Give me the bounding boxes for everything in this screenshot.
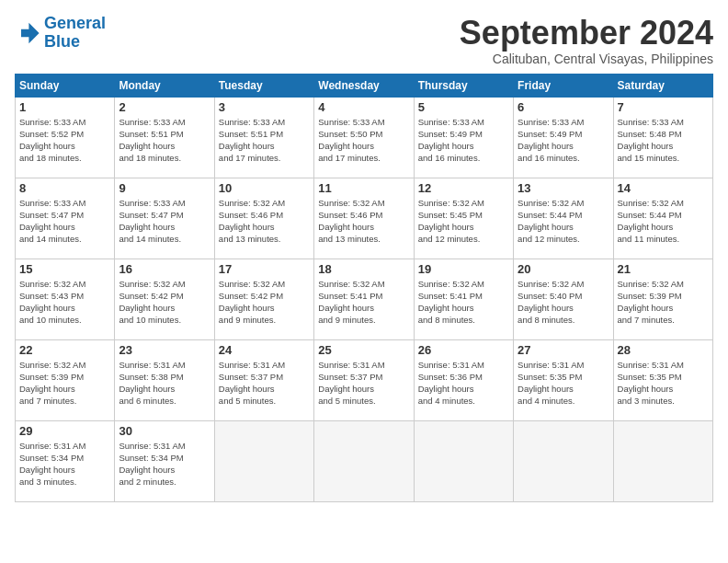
calendar-cell: 8 Sunrise: 5:33 AM Sunset: 5:47 PM Dayli… bbox=[16, 178, 115, 259]
day-info: Sunrise: 5:32 AM Sunset: 5:41 PM Dayligh… bbox=[318, 278, 409, 327]
calendar-cell: 17 Sunrise: 5:32 AM Sunset: 5:42 PM Dayl… bbox=[214, 259, 313, 339]
calendar-week-row: 29 Sunrise: 5:31 AM Sunset: 5:34 PM Dayl… bbox=[16, 420, 713, 501]
day-number: 12 bbox=[418, 181, 509, 195]
day-number: 22 bbox=[19, 343, 110, 357]
calendar-cell: 9 Sunrise: 5:33 AM Sunset: 5:47 PM Dayli… bbox=[115, 178, 214, 259]
day-info: Sunrise: 5:33 AM Sunset: 5:48 PM Dayligh… bbox=[618, 116, 709, 165]
calendar-cell: 18 Sunrise: 5:32 AM Sunset: 5:41 PM Dayl… bbox=[314, 259, 414, 339]
day-info: Sunrise: 5:31 AM Sunset: 5:35 PM Dayligh… bbox=[618, 359, 709, 408]
day-number: 2 bbox=[119, 100, 210, 114]
day-number: 9 bbox=[119, 181, 210, 195]
logo-text: General Blue bbox=[44, 15, 106, 52]
calendar-cell: 29 Sunrise: 5:31 AM Sunset: 5:34 PM Dayl… bbox=[16, 420, 115, 501]
day-info: Sunrise: 5:33 AM Sunset: 5:49 PM Dayligh… bbox=[518, 116, 609, 165]
weekday-header: Monday bbox=[115, 74, 214, 97]
calendar-cell bbox=[214, 420, 313, 501]
title-block: September 2024 Calituban, Central Visaya… bbox=[460, 15, 713, 66]
day-info: Sunrise: 5:31 AM Sunset: 5:34 PM Dayligh… bbox=[19, 440, 110, 488]
location-subtitle: Calituban, Central Visayas, Philippines bbox=[460, 52, 713, 66]
calendar-cell: 11 Sunrise: 5:32 AM Sunset: 5:46 PM Dayl… bbox=[314, 178, 414, 259]
day-info: Sunrise: 5:32 AM Sunset: 5:40 PM Dayligh… bbox=[518, 278, 609, 327]
day-info: Sunrise: 5:31 AM Sunset: 5:38 PM Dayligh… bbox=[119, 359, 210, 408]
day-number: 1 bbox=[19, 100, 110, 114]
day-number: 13 bbox=[518, 181, 609, 195]
calendar-table: SundayMondayTuesdayWednesdayThursdayFrid… bbox=[15, 74, 713, 502]
day-number: 3 bbox=[219, 100, 310, 114]
day-number: 23 bbox=[119, 343, 210, 357]
calendar-cell: 26 Sunrise: 5:31 AM Sunset: 5:36 PM Dayl… bbox=[414, 339, 513, 420]
calendar-cell: 15 Sunrise: 5:32 AM Sunset: 5:43 PM Dayl… bbox=[16, 259, 115, 339]
calendar-header-row: SundayMondayTuesdayWednesdayThursdayFrid… bbox=[16, 74, 713, 97]
calendar-cell bbox=[514, 420, 613, 501]
day-info: Sunrise: 5:32 AM Sunset: 5:43 PM Dayligh… bbox=[19, 278, 110, 327]
calendar-cell: 28 Sunrise: 5:31 AM Sunset: 5:35 PM Dayl… bbox=[613, 339, 712, 420]
day-number: 5 bbox=[418, 100, 509, 114]
day-info: Sunrise: 5:33 AM Sunset: 5:47 PM Dayligh… bbox=[119, 197, 210, 246]
page-container: General Blue September 2024 Calituban, C… bbox=[0, 0, 728, 510]
calendar-cell: 4 Sunrise: 5:33 AM Sunset: 5:50 PM Dayli… bbox=[314, 97, 414, 178]
day-info: Sunrise: 5:32 AM Sunset: 5:44 PM Dayligh… bbox=[518, 197, 609, 246]
weekday-header: Friday bbox=[514, 74, 613, 97]
calendar-cell: 21 Sunrise: 5:32 AM Sunset: 5:39 PM Dayl… bbox=[613, 259, 712, 339]
calendar-cell: 16 Sunrise: 5:32 AM Sunset: 5:42 PM Dayl… bbox=[115, 259, 214, 339]
calendar-cell: 5 Sunrise: 5:33 AM Sunset: 5:49 PM Dayli… bbox=[414, 97, 513, 178]
calendar-cell: 14 Sunrise: 5:32 AM Sunset: 5:44 PM Dayl… bbox=[613, 178, 712, 259]
day-number: 17 bbox=[219, 262, 310, 276]
day-info: Sunrise: 5:32 AM Sunset: 5:42 PM Dayligh… bbox=[119, 278, 210, 327]
day-number: 25 bbox=[318, 343, 409, 357]
calendar-cell bbox=[314, 420, 414, 501]
header: General Blue September 2024 Calituban, C… bbox=[15, 15, 713, 66]
day-number: 26 bbox=[418, 343, 509, 357]
day-number: 15 bbox=[19, 262, 110, 276]
day-info: Sunrise: 5:32 AM Sunset: 5:39 PM Dayligh… bbox=[618, 278, 709, 327]
calendar-cell: 6 Sunrise: 5:33 AM Sunset: 5:49 PM Dayli… bbox=[514, 97, 613, 178]
day-info: Sunrise: 5:31 AM Sunset: 5:34 PM Dayligh… bbox=[119, 440, 210, 488]
day-number: 18 bbox=[318, 262, 409, 276]
calendar-cell: 24 Sunrise: 5:31 AM Sunset: 5:37 PM Dayl… bbox=[214, 339, 313, 420]
calendar-cell bbox=[613, 420, 712, 501]
calendar-cell: 23 Sunrise: 5:31 AM Sunset: 5:38 PM Dayl… bbox=[115, 339, 214, 420]
day-info: Sunrise: 5:33 AM Sunset: 5:51 PM Dayligh… bbox=[219, 116, 310, 165]
weekday-header: Thursday bbox=[414, 74, 513, 97]
calendar-cell: 25 Sunrise: 5:31 AM Sunset: 5:37 PM Dayl… bbox=[314, 339, 414, 420]
calendar-cell: 19 Sunrise: 5:32 AM Sunset: 5:41 PM Dayl… bbox=[414, 259, 513, 339]
day-info: Sunrise: 5:33 AM Sunset: 5:52 PM Dayligh… bbox=[19, 116, 110, 165]
calendar-week-row: 22 Sunrise: 5:32 AM Sunset: 5:39 PM Dayl… bbox=[16, 339, 713, 420]
day-info: Sunrise: 5:32 AM Sunset: 5:41 PM Dayligh… bbox=[418, 278, 509, 327]
logo-icon bbox=[15, 20, 40, 46]
month-title: September 2024 bbox=[460, 15, 713, 52]
weekday-header: Saturday bbox=[613, 74, 712, 97]
calendar-cell bbox=[414, 420, 513, 501]
day-number: 19 bbox=[418, 262, 509, 276]
calendar-week-row: 8 Sunrise: 5:33 AM Sunset: 5:47 PM Dayli… bbox=[16, 178, 713, 259]
day-info: Sunrise: 5:31 AM Sunset: 5:37 PM Dayligh… bbox=[219, 359, 310, 408]
day-number: 6 bbox=[518, 100, 609, 114]
weekday-header: Tuesday bbox=[214, 74, 313, 97]
calendar-body: 1 Sunrise: 5:33 AM Sunset: 5:52 PM Dayli… bbox=[16, 97, 713, 501]
weekday-header: Sunday bbox=[16, 74, 115, 97]
day-number: 24 bbox=[219, 343, 310, 357]
calendar-cell: 27 Sunrise: 5:31 AM Sunset: 5:35 PM Dayl… bbox=[514, 339, 613, 420]
calendar-cell: 10 Sunrise: 5:32 AM Sunset: 5:46 PM Dayl… bbox=[214, 178, 313, 259]
day-number: 27 bbox=[518, 343, 609, 357]
day-info: Sunrise: 5:33 AM Sunset: 5:47 PM Dayligh… bbox=[19, 197, 110, 246]
day-number: 7 bbox=[618, 100, 709, 114]
calendar-cell: 22 Sunrise: 5:32 AM Sunset: 5:39 PM Dayl… bbox=[16, 339, 115, 420]
day-info: Sunrise: 5:32 AM Sunset: 5:45 PM Dayligh… bbox=[418, 197, 509, 246]
calendar-cell: 3 Sunrise: 5:33 AM Sunset: 5:51 PM Dayli… bbox=[214, 97, 313, 178]
day-number: 28 bbox=[618, 343, 709, 357]
day-info: Sunrise: 5:31 AM Sunset: 5:36 PM Dayligh… bbox=[418, 359, 509, 408]
calendar-week-row: 1 Sunrise: 5:33 AM Sunset: 5:52 PM Dayli… bbox=[16, 97, 713, 178]
calendar-week-row: 15 Sunrise: 5:32 AM Sunset: 5:43 PM Dayl… bbox=[16, 259, 713, 339]
calendar-cell: 2 Sunrise: 5:33 AM Sunset: 5:51 PM Dayli… bbox=[115, 97, 214, 178]
day-info: Sunrise: 5:32 AM Sunset: 5:42 PM Dayligh… bbox=[219, 278, 310, 327]
calendar-cell: 30 Sunrise: 5:31 AM Sunset: 5:34 PM Dayl… bbox=[115, 420, 214, 501]
day-number: 14 bbox=[618, 181, 709, 195]
day-info: Sunrise: 5:31 AM Sunset: 5:37 PM Dayligh… bbox=[318, 359, 409, 408]
day-number: 11 bbox=[318, 181, 409, 195]
calendar-cell: 13 Sunrise: 5:32 AM Sunset: 5:44 PM Dayl… bbox=[514, 178, 613, 259]
day-number: 20 bbox=[518, 262, 609, 276]
day-info: Sunrise: 5:33 AM Sunset: 5:49 PM Dayligh… bbox=[418, 116, 509, 165]
day-number: 4 bbox=[318, 100, 409, 114]
day-info: Sunrise: 5:32 AM Sunset: 5:46 PM Dayligh… bbox=[219, 197, 310, 246]
